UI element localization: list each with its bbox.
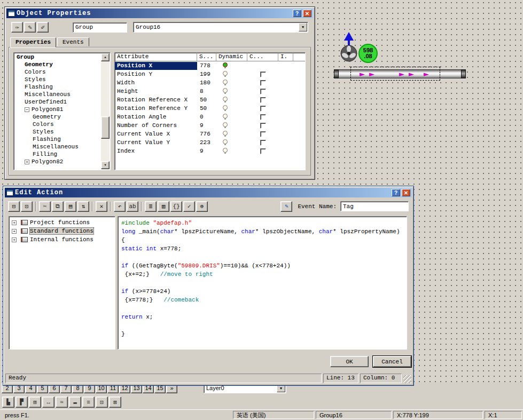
- attribute-row[interactable]: Index9: [115, 147, 305, 155]
- tree-item-colors[interactable]: Colors: [14, 121, 101, 128]
- dynamic-cell[interactable]: [216, 148, 247, 154]
- trigger-button[interactable]: ✎: [280, 201, 292, 212]
- print-preview-button[interactable]: ⊡: [21, 201, 33, 212]
- column-header[interactable]: I.: [278, 53, 293, 61]
- attribute-row[interactable]: Rotation Reference X50: [115, 96, 305, 104]
- column-header[interactable]: Attribute: [115, 53, 197, 61]
- bulb-icon[interactable]: [223, 131, 228, 136]
- tree-item-miscellaneous[interactable]: Miscellaneous: [14, 143, 101, 150]
- tab-events[interactable]: Events: [57, 37, 89, 46]
- attribute-name[interactable]: Rotation Reference X: [115, 96, 197, 104]
- delete-button[interactable]: ✕: [96, 201, 107, 212]
- bulb-icon[interactable]: [223, 148, 228, 153]
- dynamic-cell[interactable]: [216, 80, 247, 86]
- cycle-cell[interactable]: [247, 114, 278, 120]
- column-header[interactable]: C...: [247, 53, 278, 61]
- tree-item-polygon81[interactable]: −Polygon81: [14, 106, 101, 113]
- attribute-name[interactable]: Width: [115, 79, 197, 87]
- attribute-value[interactable]: 8: [197, 88, 216, 94]
- attribute-row[interactable]: Number of Corners9: [115, 121, 305, 130]
- tree-item-filling[interactable]: Filling: [14, 150, 101, 158]
- attribute-name[interactable]: Position Y: [115, 70, 197, 78]
- list-tool-button[interactable]: ≡: [82, 397, 95, 408]
- value-gauge[interactable]: 598 .08: [358, 44, 378, 63]
- attribute-name[interactable]: Current Value X: [115, 130, 197, 138]
- checkbox[interactable]: [260, 123, 266, 129]
- attribute-row[interactable]: Rotation Reference Y50: [115, 104, 305, 113]
- tree-item-styles[interactable]: Styles: [14, 128, 101, 136]
- checkbox[interactable]: [260, 140, 266, 146]
- functions-tree-label[interactable]: Project functions: [30, 219, 90, 226]
- attribute-value[interactable]: 778: [197, 62, 216, 69]
- dynamic-cell[interactable]: [216, 114, 247, 120]
- ea-titlebar[interactable]: Edit Action ? ✕: [5, 188, 412, 197]
- checkbox[interactable]: [260, 114, 266, 120]
- dynamic-cell[interactable]: [216, 131, 247, 137]
- minus-box-icon[interactable]: −: [25, 107, 29, 112]
- attribute-row[interactable]: Position X778: [115, 61, 305, 70]
- bulb-icon[interactable]: [223, 139, 228, 144]
- checkbox[interactable]: [260, 148, 266, 154]
- target-button[interactable]: ⊕: [196, 201, 208, 212]
- tab-properties[interactable]: Properties: [10, 37, 56, 47]
- attribute-name[interactable]: Index: [115, 147, 197, 155]
- attribute-value[interactable]: 9: [197, 122, 216, 129]
- dropdown-arrow-icon[interactable]: ▼: [299, 23, 307, 31]
- tree-scrollbar[interactable]: ▲ ▼: [101, 53, 110, 169]
- object-name-combo[interactable]: Group16 ▼: [133, 22, 308, 33]
- attribute-row[interactable]: Rotation Angle0: [115, 113, 305, 121]
- tree-item-styles[interactable]: Styles: [14, 76, 101, 83]
- cycle-cell[interactable]: [247, 140, 278, 146]
- plus-box-icon[interactable]: +: [12, 220, 17, 225]
- attribute-value[interactable]: 0: [197, 114, 216, 120]
- attribute-value[interactable]: 50: [197, 105, 216, 112]
- attribute-name[interactable]: Position X: [115, 62, 197, 70]
- scrollbar-thumb[interactable]: [101, 116, 110, 139]
- bulb-icon[interactable]: [223, 105, 228, 110]
- tree-item-geometry[interactable]: Geometry: [14, 113, 101, 121]
- pen-yellow-button[interactable]: ✐: [37, 22, 49, 33]
- help-button[interactable]: ?: [392, 189, 400, 196]
- dynamic-wizard-button[interactable]: ✑: [11, 22, 23, 33]
- close-button[interactable]: ✕: [402, 189, 410, 196]
- code-editor[interactable]: #include "apdefap.h"long _main(char* lps…: [118, 216, 407, 350]
- pipe-tool-button[interactable]: ▬: [69, 397, 81, 408]
- tree-item-miscellaneous[interactable]: Miscellaneous: [14, 91, 101, 98]
- tree-item-flashing[interactable]: Flashing: [14, 83, 101, 91]
- attribute-name[interactable]: Rotation Angle: [115, 113, 197, 121]
- tree-item-colors[interactable]: Colors: [14, 68, 101, 76]
- bulb-icon[interactable]: [223, 97, 228, 101]
- flow-direction-arrow-icon[interactable]: [344, 32, 354, 41]
- cycle-cell[interactable]: [247, 97, 278, 103]
- checkbox[interactable]: [260, 106, 266, 112]
- op-titlebar[interactable]: Object Properties ? ✕: [6, 9, 313, 18]
- checkbox[interactable]: [260, 72, 266, 77]
- functions-tree-label[interactable]: Standard functions: [30, 228, 93, 234]
- dynamic-cell[interactable]: [216, 105, 247, 112]
- ok-button[interactable]: OK: [330, 356, 369, 367]
- bulb-icon[interactable]: [223, 62, 228, 67]
- tree-item-geometry[interactable]: Geometry: [14, 61, 101, 68]
- dynamic-cell[interactable]: [216, 139, 247, 146]
- attribute-row[interactable]: Position Y199: [115, 70, 305, 78]
- bulb-icon[interactable]: [223, 88, 228, 93]
- bulb-icon[interactable]: [223, 80, 228, 84]
- tree-item-userdefined1[interactable]: UserDefined1: [14, 98, 101, 106]
- bulb-icon[interactable]: [223, 114, 228, 118]
- functions-tree-item[interactable]: +Internal functions: [10, 235, 114, 244]
- attribute-row[interactable]: Current Value Y223: [115, 138, 305, 147]
- plus-box-icon[interactable]: +: [25, 160, 29, 164]
- close-tool-button[interactable]: ⊠: [109, 397, 121, 408]
- dynamic-cell[interactable]: [216, 97, 247, 103]
- cycle-cell[interactable]: [247, 72, 278, 77]
- attribute-value[interactable]: 9: [197, 148, 216, 154]
- width-tool-button[interactable]: ↔: [42, 397, 54, 408]
- check-list-button[interactable]: ≣: [145, 201, 157, 212]
- compile-button[interactable]: ✓: [183, 201, 195, 212]
- attribute-name[interactable]: Number of Corners: [115, 122, 197, 130]
- attribute-name[interactable]: Rotation Reference Y: [115, 105, 197, 113]
- functions-tree-item[interactable]: +Standard functions: [10, 227, 114, 235]
- grid-add-tool-button[interactable]: ⊞: [29, 397, 41, 408]
- checkbox[interactable]: [260, 89, 266, 94]
- attribute-row[interactable]: Current Value X776: [115, 130, 305, 138]
